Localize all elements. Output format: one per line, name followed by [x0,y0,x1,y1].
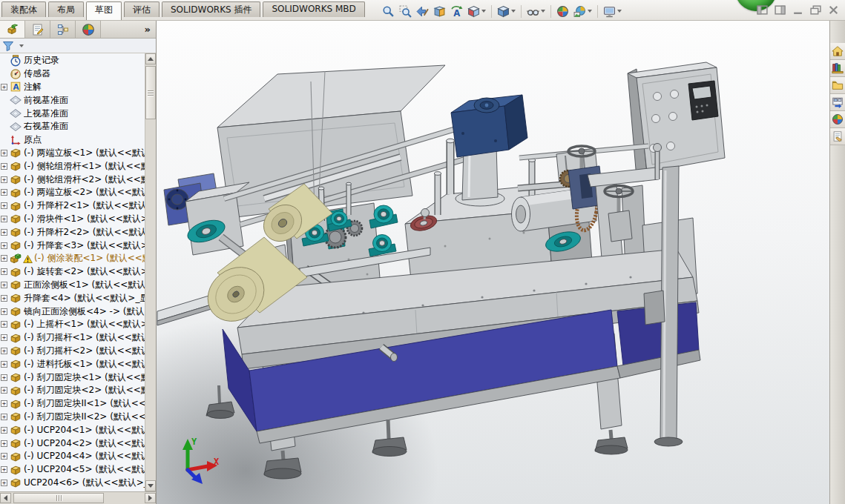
tree-item-1[interactable]: 历史记录 [0,54,145,67]
view-orientation-button[interactable] [465,4,488,19]
tree-item-7[interactable]: 原点 [0,133,145,147]
expand-toggle[interactable]: + [1,466,7,473]
home-button[interactable] [830,43,845,60]
expand-toggle[interactable]: + [1,414,7,420]
expand-toggle[interactable]: + [1,202,7,209]
command-tab-1[interactable]: 装配体 [1,1,46,17]
tree-item-31[interactable]: +(-) UCP204<4> (默认<<默认 [0,450,145,463]
tree-item-14[interactable]: +(-) 升降杆2<2> (默认<<默认> [0,225,145,239]
hide-show-items-button[interactable] [525,4,548,19]
tree-item-28[interactable]: +(-) 刮刀固定块II<2> (默认<< [0,411,145,424]
tree-item-18[interactable]: +正面涂侧板<1> (默认<<默认> [0,279,145,292]
restore-button[interactable] [810,5,821,15]
expand-toggle[interactable]: + [1,321,7,328]
scroll-right-button[interactable] [145,493,156,503]
expand-toggle[interactable]: + [1,295,7,302]
view-settings-button[interactable] [601,4,624,19]
expand-toggle[interactable]: + [1,361,7,368]
vertical-scroll-thumb[interactable] [145,66,156,119]
dropdown-caret-icon[interactable] [541,10,545,13]
tree-item-5[interactable]: 上视基准面 [0,107,145,120]
expand-toggle[interactable]: + [1,440,7,447]
tree-item-32[interactable]: +(-) UCP204<5> (默认<<默认 [0,463,145,477]
scroll-up-button[interactable] [145,53,156,64]
dropdown-caret-icon[interactable] [481,10,486,13]
expand-toggle[interactable]: + [1,242,7,249]
tree-item-9[interactable]: +(-) 侧轮组滑杆<1> (默认<<默 [0,159,145,173]
tree-item-25[interactable]: +(-) 刮刀固定块<1> (默认<<默 [0,371,145,384]
expand-toggle[interactable]: + [1,176,7,183]
previous-view-button[interactable] [414,4,431,19]
zoom-fit-button[interactable] [380,4,397,19]
expand-toggle[interactable]: + [1,229,7,236]
section-view-button[interactable] [431,4,448,19]
tree-item-21[interactable]: +(-) 上摇杆<1> (默认<<默认>_ [0,318,145,331]
expand-toggle[interactable]: + [1,189,7,196]
tree-item-3[interactable]: +A注解 [0,81,145,94]
dropdown-caret-icon[interactable] [511,10,516,13]
custom-properties-button[interactable] [830,128,845,145]
expand-toggle[interactable]: + [1,282,7,288]
file-explorer-button[interactable] [830,77,845,94]
dropdown-caret-icon[interactable] [617,10,622,13]
annotation-view-button[interactable]: A [448,4,465,19]
view-palette-button[interactable] [830,94,845,111]
tree-item-6[interactable]: 右视基准面 [0,120,145,133]
expand-toggle[interactable]: + [1,84,7,90]
scroll-down-button[interactable] [145,480,156,491]
filter-icon[interactable] [2,40,14,52]
tree-item-12[interactable]: +(-) 升降杆2<1> (默认<<默认> [0,199,145,213]
horizontal-scroll-thumb[interactable] [13,493,104,503]
expand-toggle[interactable]: + [1,374,7,381]
property-manager-tab[interactable] [25,21,50,38]
expand-toggle[interactable]: + [1,427,7,434]
expand-toggle[interactable]: + [1,150,7,156]
minimize-button[interactable] [792,5,803,15]
tree-vertical-scrollbar[interactable] [145,53,156,491]
pane-right-button[interactable] [775,5,786,15]
expand-toggle[interactable]: + [1,480,7,486]
expand-toggle[interactable]: + [1,268,7,275]
appearances-button[interactable] [830,111,845,128]
expand-toggle[interactable]: + [1,453,7,460]
configuration-manager-tab[interactable] [50,21,76,38]
tree-item-27[interactable]: +(-) 刮刀固定块II<1> (默认<< [0,397,145,411]
command-tab-4[interactable]: 评估 [124,1,160,17]
expand-toggle[interactable]: + [1,400,7,407]
tree-item-20[interactable]: +镜向正面涂侧板<4> -> (默认< [0,305,145,318]
tree-item-15[interactable]: +(-) 升降套<3> (默认<<默认>_ [0,239,145,252]
expand-toggle[interactable]: + [1,308,7,315]
tree-item-13[interactable]: +(-) 滑块件<1> (默认<<默认>_ [0,213,145,226]
command-tab-5[interactable]: SOLIDWORKS 插件 [162,1,260,17]
close-button[interactable] [828,5,839,15]
design-library-button[interactable] [830,60,845,77]
tree-item-10[interactable]: +(-) 侧轮组滑杆<2> (默认<<默 [0,173,145,186]
tree-item-16[interactable]: +(-) 侧涂装配<1> (默认<<默认 [0,252,145,265]
tree-item-17[interactable]: +(-) 旋转套<2> (默认<<默认>_ [0,265,145,279]
tree-item-33[interactable]: +UCP204<6> (默认<<默认>_显 [0,477,145,490]
feature-manager-tab[interactable] [0,21,25,38]
expand-toggle[interactable]: + [1,216,7,222]
expand-toggle[interactable]: + [1,387,7,394]
expand-toggle[interactable]: + [1,163,7,170]
tree-item-11[interactable]: +(-) 两端立板<2> (默认<<默认 [0,186,145,199]
tree-item-29[interactable]: +(-) UCP204<1> (默认<<默认 [0,423,145,437]
tree-item-30[interactable]: +(-) UCP204<2> (默认<<默认 [0,437,145,450]
command-tab-6[interactable]: SOLIDWORKS MBD [263,1,364,17]
zoom-area-button[interactable] [397,4,414,19]
tree-item-8[interactable]: +(-) 两端立板<1> (默认<<默认 [0,147,145,160]
dropdown-caret-icon[interactable] [588,10,592,13]
tree-item-24[interactable]: +(-) 进料托板<1> (默认<<默认 [0,357,145,371]
graphics-viewport[interactable]: Y X [157,21,829,504]
display-style-button[interactable] [495,4,518,19]
scroll-left-button[interactable] [0,493,11,503]
display-manager-tab[interactable] [76,21,101,38]
tree-item-4[interactable]: 前视基准面 [0,93,145,107]
tree-item-19[interactable]: +升降套<4> (默认<<默认>_显 [0,291,145,305]
expand-toggle[interactable]: + [1,348,7,354]
command-tab-2[interactable]: 布局 [48,1,84,17]
expand-toggle[interactable]: + [1,334,7,341]
apply-scene-button[interactable] [571,4,594,19]
pane-left-button[interactable] [757,5,768,15]
filter-dropdown-caret[interactable] [19,44,24,47]
